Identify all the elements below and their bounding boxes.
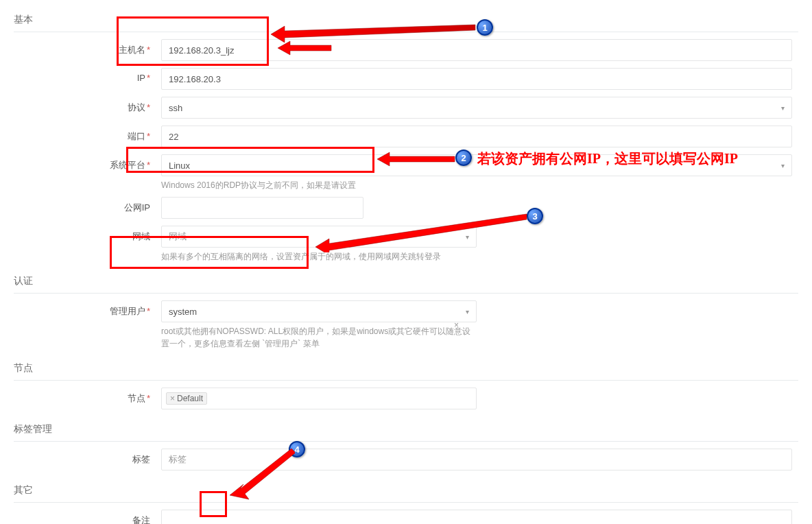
label-admin-user: 管理用户* (14, 300, 161, 318)
clear-icon[interactable]: × (454, 320, 459, 330)
tag-default[interactable]: ×Default (166, 392, 207, 405)
callout-2: 2 (455, 150, 472, 166)
label-hostname: 主机名* (14, 39, 161, 56)
label-node: 节点* (14, 388, 161, 405)
label-ip: IP* (14, 68, 161, 83)
label-public-ip: 公网IP (14, 197, 161, 214)
tag-select[interactable]: 标签 (161, 449, 792, 471)
port-input[interactable] (161, 126, 792, 147)
section-tag: 标签管理 (14, 416, 798, 442)
chevron-down-icon: ▾ (781, 162, 785, 169)
callout-1: 1 (477, 19, 493, 36)
chevron-down-icon: ▾ (466, 308, 469, 315)
section-basic: 基本 (14, 7, 798, 32)
label-tag: 标签 (14, 449, 161, 466)
callout-4: 4 (289, 441, 305, 457)
label-domain: 网域 (14, 226, 161, 243)
admin-user-select[interactable]: system▾ (161, 300, 477, 322)
callout-2-text: 若该资产拥有公网IP，这里可以填写公网IP (477, 150, 738, 168)
callout-3: 3 (527, 208, 543, 224)
domain-select[interactable]: 网域▾ (161, 226, 477, 248)
helper-admin-user: root或其他拥有NOPASSWD: ALL权限的用户，如果是windows或其… (161, 325, 477, 350)
node-tags[interactable]: ×Default (161, 388, 477, 409)
ip-input[interactable] (161, 68, 792, 90)
section-node: 节点 (14, 355, 798, 381)
remark-textarea[interactable] (161, 510, 792, 524)
chevron-down-icon: ▾ (466, 233, 469, 241)
helper-domain: 如果有多个的互相隔离的网络，设置资产属于的网域，使用网域网关跳转登录 (161, 250, 477, 263)
label-remark: 备注 (14, 510, 161, 524)
helper-platform: Windows 2016的RDP协议与之前不同，如果是请设置 (161, 179, 792, 191)
section-other: 其它 (14, 477, 798, 503)
protocol-select[interactable]: ssh▾ (161, 97, 792, 119)
label-platform: 系统平台* (14, 154, 161, 171)
hostname-input[interactable] (161, 39, 792, 61)
close-icon[interactable]: × (170, 394, 175, 403)
section-auth: 认证 (14, 268, 798, 294)
label-protocol: 协议* (14, 97, 161, 114)
chevron-down-icon: ▾ (781, 104, 785, 112)
public-ip-input[interactable] (161, 197, 363, 219)
label-port: 端口* (14, 126, 161, 143)
